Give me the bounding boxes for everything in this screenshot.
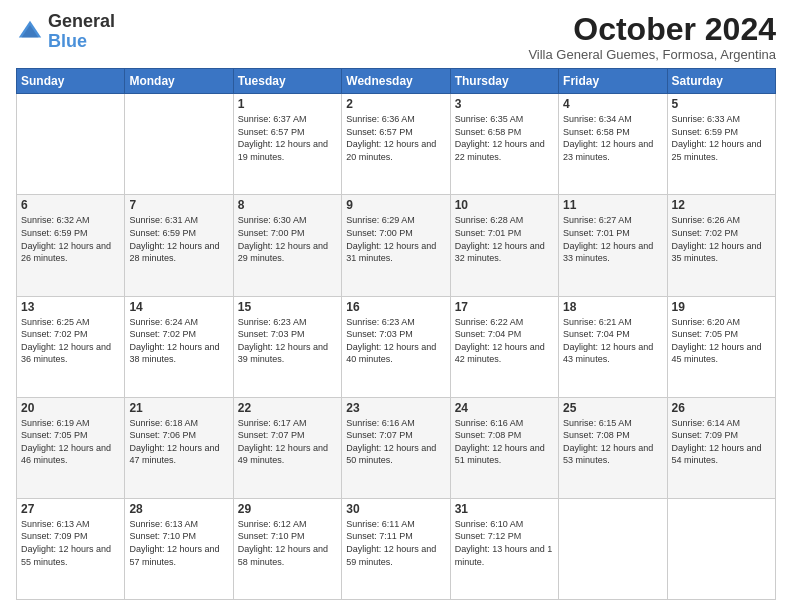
- cell-content: Sunrise: 6:24 AM Sunset: 7:02 PM Dayligh…: [129, 316, 228, 366]
- day-number: 1: [238, 97, 337, 111]
- cell-content: Sunrise: 6:26 AM Sunset: 7:02 PM Dayligh…: [672, 214, 771, 264]
- cell-content: Sunrise: 6:33 AM Sunset: 6:59 PM Dayligh…: [672, 113, 771, 163]
- table-row: 7Sunrise: 6:31 AM Sunset: 6:59 PM Daylig…: [125, 195, 233, 296]
- table-row: 21Sunrise: 6:18 AM Sunset: 7:06 PM Dayli…: [125, 397, 233, 498]
- day-number: 30: [346, 502, 445, 516]
- table-row: 29Sunrise: 6:12 AM Sunset: 7:10 PM Dayli…: [233, 498, 341, 599]
- calendar-week-row: 6Sunrise: 6:32 AM Sunset: 6:59 PM Daylig…: [17, 195, 776, 296]
- table-row: 5Sunrise: 6:33 AM Sunset: 6:59 PM Daylig…: [667, 94, 775, 195]
- table-row: 25Sunrise: 6:15 AM Sunset: 7:08 PM Dayli…: [559, 397, 667, 498]
- cell-content: Sunrise: 6:20 AM Sunset: 7:05 PM Dayligh…: [672, 316, 771, 366]
- table-row: 8Sunrise: 6:30 AM Sunset: 7:00 PM Daylig…: [233, 195, 341, 296]
- calendar-week-row: 13Sunrise: 6:25 AM Sunset: 7:02 PM Dayli…: [17, 296, 776, 397]
- table-row: 16Sunrise: 6:23 AM Sunset: 7:03 PM Dayli…: [342, 296, 450, 397]
- day-number: 16: [346, 300, 445, 314]
- table-row: 26Sunrise: 6:14 AM Sunset: 7:09 PM Dayli…: [667, 397, 775, 498]
- table-row: 4Sunrise: 6:34 AM Sunset: 6:58 PM Daylig…: [559, 94, 667, 195]
- location: Villa General Guemes, Formosa, Argentina: [528, 47, 776, 62]
- page: General Blue October 2024 Villa General …: [0, 0, 792, 612]
- cell-content: Sunrise: 6:31 AM Sunset: 6:59 PM Dayligh…: [129, 214, 228, 264]
- header: General Blue October 2024 Villa General …: [16, 12, 776, 62]
- table-row: [17, 94, 125, 195]
- cell-content: Sunrise: 6:17 AM Sunset: 7:07 PM Dayligh…: [238, 417, 337, 467]
- cell-content: Sunrise: 6:28 AM Sunset: 7:01 PM Dayligh…: [455, 214, 554, 264]
- cell-content: Sunrise: 6:32 AM Sunset: 6:59 PM Dayligh…: [21, 214, 120, 264]
- table-row: 30Sunrise: 6:11 AM Sunset: 7:11 PM Dayli…: [342, 498, 450, 599]
- table-row: 15Sunrise: 6:23 AM Sunset: 7:03 PM Dayli…: [233, 296, 341, 397]
- col-monday: Monday: [125, 69, 233, 94]
- cell-content: Sunrise: 6:15 AM Sunset: 7:08 PM Dayligh…: [563, 417, 662, 467]
- calendar-table: Sunday Monday Tuesday Wednesday Thursday…: [16, 68, 776, 600]
- day-number: 14: [129, 300, 228, 314]
- logo: General Blue: [16, 12, 115, 52]
- table-row: 13Sunrise: 6:25 AM Sunset: 7:02 PM Dayli…: [17, 296, 125, 397]
- day-number: 4: [563, 97, 662, 111]
- day-number: 6: [21, 198, 120, 212]
- table-row: 6Sunrise: 6:32 AM Sunset: 6:59 PM Daylig…: [17, 195, 125, 296]
- cell-content: Sunrise: 6:35 AM Sunset: 6:58 PM Dayligh…: [455, 113, 554, 163]
- cell-content: Sunrise: 6:12 AM Sunset: 7:10 PM Dayligh…: [238, 518, 337, 568]
- cell-content: Sunrise: 6:13 AM Sunset: 7:09 PM Dayligh…: [21, 518, 120, 568]
- cell-content: Sunrise: 6:16 AM Sunset: 7:08 PM Dayligh…: [455, 417, 554, 467]
- table-row: 19Sunrise: 6:20 AM Sunset: 7:05 PM Dayli…: [667, 296, 775, 397]
- col-tuesday: Tuesday: [233, 69, 341, 94]
- day-number: 9: [346, 198, 445, 212]
- cell-content: Sunrise: 6:16 AM Sunset: 7:07 PM Dayligh…: [346, 417, 445, 467]
- day-number: 20: [21, 401, 120, 415]
- cell-content: Sunrise: 6:36 AM Sunset: 6:57 PM Dayligh…: [346, 113, 445, 163]
- cell-content: Sunrise: 6:22 AM Sunset: 7:04 PM Dayligh…: [455, 316, 554, 366]
- table-row: 2Sunrise: 6:36 AM Sunset: 6:57 PM Daylig…: [342, 94, 450, 195]
- cell-content: Sunrise: 6:13 AM Sunset: 7:10 PM Dayligh…: [129, 518, 228, 568]
- table-row: 22Sunrise: 6:17 AM Sunset: 7:07 PM Dayli…: [233, 397, 341, 498]
- day-number: 10: [455, 198, 554, 212]
- day-number: 15: [238, 300, 337, 314]
- day-number: 7: [129, 198, 228, 212]
- cell-content: Sunrise: 6:30 AM Sunset: 7:00 PM Dayligh…: [238, 214, 337, 264]
- calendar-week-row: 20Sunrise: 6:19 AM Sunset: 7:05 PM Dayli…: [17, 397, 776, 498]
- table-row: 23Sunrise: 6:16 AM Sunset: 7:07 PM Dayli…: [342, 397, 450, 498]
- table-row: [125, 94, 233, 195]
- day-number: 3: [455, 97, 554, 111]
- day-number: 8: [238, 198, 337, 212]
- cell-content: Sunrise: 6:23 AM Sunset: 7:03 PM Dayligh…: [346, 316, 445, 366]
- cell-content: Sunrise: 6:34 AM Sunset: 6:58 PM Dayligh…: [563, 113, 662, 163]
- month-title: October 2024: [528, 12, 776, 47]
- day-number: 24: [455, 401, 554, 415]
- table-row: 28Sunrise: 6:13 AM Sunset: 7:10 PM Dayli…: [125, 498, 233, 599]
- col-wednesday: Wednesday: [342, 69, 450, 94]
- day-number: 23: [346, 401, 445, 415]
- cell-content: Sunrise: 6:11 AM Sunset: 7:11 PM Dayligh…: [346, 518, 445, 568]
- day-number: 31: [455, 502, 554, 516]
- cell-content: Sunrise: 6:18 AM Sunset: 7:06 PM Dayligh…: [129, 417, 228, 467]
- table-row: 20Sunrise: 6:19 AM Sunset: 7:05 PM Dayli…: [17, 397, 125, 498]
- logo-text: General Blue: [48, 12, 115, 52]
- table-row: 18Sunrise: 6:21 AM Sunset: 7:04 PM Dayli…: [559, 296, 667, 397]
- table-row: 12Sunrise: 6:26 AM Sunset: 7:02 PM Dayli…: [667, 195, 775, 296]
- col-thursday: Thursday: [450, 69, 558, 94]
- logo-icon: [16, 18, 44, 46]
- table-row: 31Sunrise: 6:10 AM Sunset: 7:12 PM Dayli…: [450, 498, 558, 599]
- table-row: 27Sunrise: 6:13 AM Sunset: 7:09 PM Dayli…: [17, 498, 125, 599]
- cell-content: Sunrise: 6:21 AM Sunset: 7:04 PM Dayligh…: [563, 316, 662, 366]
- day-number: 11: [563, 198, 662, 212]
- day-number: 27: [21, 502, 120, 516]
- day-number: 19: [672, 300, 771, 314]
- logo-general: General: [48, 11, 115, 31]
- calendar-week-row: 27Sunrise: 6:13 AM Sunset: 7:09 PM Dayli…: [17, 498, 776, 599]
- calendar-header-row: Sunday Monday Tuesday Wednesday Thursday…: [17, 69, 776, 94]
- table-row: 11Sunrise: 6:27 AM Sunset: 7:01 PM Dayli…: [559, 195, 667, 296]
- table-row: 9Sunrise: 6:29 AM Sunset: 7:00 PM Daylig…: [342, 195, 450, 296]
- table-row: 24Sunrise: 6:16 AM Sunset: 7:08 PM Dayli…: [450, 397, 558, 498]
- day-number: 29: [238, 502, 337, 516]
- day-number: 17: [455, 300, 554, 314]
- cell-content: Sunrise: 6:23 AM Sunset: 7:03 PM Dayligh…: [238, 316, 337, 366]
- table-row: 10Sunrise: 6:28 AM Sunset: 7:01 PM Dayli…: [450, 195, 558, 296]
- day-number: 12: [672, 198, 771, 212]
- logo-blue: Blue: [48, 31, 87, 51]
- day-number: 13: [21, 300, 120, 314]
- table-row: 3Sunrise: 6:35 AM Sunset: 6:58 PM Daylig…: [450, 94, 558, 195]
- col-friday: Friday: [559, 69, 667, 94]
- cell-content: Sunrise: 6:14 AM Sunset: 7:09 PM Dayligh…: [672, 417, 771, 467]
- day-number: 26: [672, 401, 771, 415]
- cell-content: Sunrise: 6:29 AM Sunset: 7:00 PM Dayligh…: [346, 214, 445, 264]
